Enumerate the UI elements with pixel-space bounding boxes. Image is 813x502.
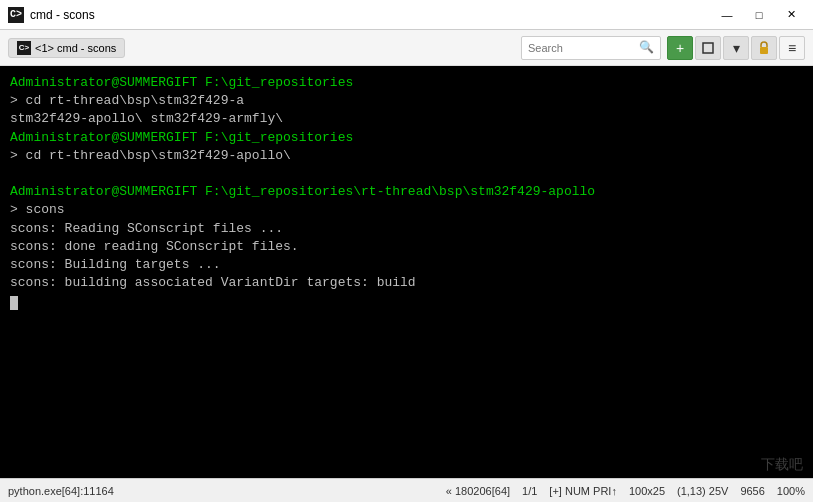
terminal-line-10: scons: done reading SConscript files. bbox=[10, 238, 803, 256]
search-icon[interactable]: 🔍 bbox=[639, 40, 654, 55]
toolbar-actions: + ▾ ≡ bbox=[667, 36, 805, 60]
status-flags: [+] NUM PRI↑ bbox=[549, 485, 617, 497]
minimize-button[interactable]: — bbox=[713, 5, 741, 25]
window-controls: — □ ✕ bbox=[713, 5, 805, 25]
status-process: python.exe[64]:11164 bbox=[8, 485, 438, 497]
toolbar: C> <1> cmd - scons 🔍 + ▾ ≡ bbox=[0, 30, 813, 66]
terminal-text-9: scons: Reading SConscript files ... bbox=[10, 221, 283, 236]
dropdown-button[interactable]: ▾ bbox=[723, 36, 749, 60]
terminal-line-11: scons: Building targets ... bbox=[10, 256, 803, 274]
terminal-line-7: Administrator@SUMMERGIFT F:\git_reposito… bbox=[10, 183, 803, 201]
maximize-button[interactable]: □ bbox=[745, 5, 773, 25]
window-title: cmd - scons bbox=[30, 8, 95, 22]
terminal-text-5: > cd rt-thread\bsp\stm32f429-apollo\ bbox=[10, 148, 291, 163]
window-icon bbox=[702, 42, 714, 54]
svg-rect-1 bbox=[760, 47, 768, 54]
terminal-text-4: Administrator@SUMMERGIFT F:\git_reposito… bbox=[10, 130, 353, 145]
terminal-text-3: stm32f429-apollo\ stm32f429-armfly\ bbox=[10, 111, 283, 126]
terminal-line-4: Administrator@SUMMERGIFT F:\git_reposito… bbox=[10, 129, 803, 147]
terminal-cursor bbox=[10, 296, 18, 310]
lock-icon bbox=[758, 41, 770, 55]
status-right: « 180206[64] 1/1 [+] NUM PRI↑ 100x25 (1,… bbox=[446, 485, 805, 497]
terminal-text-8: > scons bbox=[10, 202, 65, 217]
terminal-text-6 bbox=[10, 166, 18, 181]
add-button[interactable]: + bbox=[667, 36, 693, 60]
title-bar-left: C> cmd - scons bbox=[8, 7, 95, 23]
terminal-line-5: > cd rt-thread\bsp\stm32f429-apollo\ bbox=[10, 147, 803, 165]
terminal-line-3: stm32f429-apollo\ stm32f429-armfly\ bbox=[10, 110, 803, 128]
terminal-text-11: scons: Building targets ... bbox=[10, 257, 221, 272]
terminal-line-6 bbox=[10, 165, 803, 183]
status-coords: (1,13) 25V bbox=[677, 485, 728, 497]
status-zoom: 100% bbox=[777, 485, 805, 497]
terminal-tab[interactable]: C> <1> cmd - scons bbox=[8, 38, 125, 58]
tab-label: <1> cmd - scons bbox=[35, 42, 116, 54]
status-number: 9656 bbox=[740, 485, 764, 497]
lock-button[interactable] bbox=[751, 36, 777, 60]
terminal-line-12: scons: building associated VariantDir ta… bbox=[10, 274, 803, 292]
tab-cmd-icon: C> bbox=[17, 41, 31, 55]
status-size: 100x25 bbox=[629, 485, 665, 497]
watermark: 下载吧 bbox=[761, 456, 803, 474]
terminal-text-2: > cd rt-thread\bsp\stm32f429-a bbox=[10, 93, 244, 108]
search-input[interactable] bbox=[528, 42, 639, 54]
terminal-text-10: scons: done reading SConscript files. bbox=[10, 239, 299, 254]
window-button[interactable] bbox=[695, 36, 721, 60]
terminal-line-2: > cd rt-thread\bsp\stm32f429-a bbox=[10, 92, 803, 110]
close-button[interactable]: ✕ bbox=[777, 5, 805, 25]
terminal-cursor-line bbox=[10, 292, 803, 310]
terminal-window: Administrator@SUMMERGIFT F:\git_reposito… bbox=[0, 66, 813, 478]
status-bar: python.exe[64]:11164 « 180206[64] 1/1 [+… bbox=[0, 478, 813, 502]
terminal-line-8: > scons bbox=[10, 201, 803, 219]
cmd-icon: C> bbox=[8, 7, 24, 23]
search-box[interactable]: 🔍 bbox=[521, 36, 661, 60]
status-position: « 180206[64] bbox=[446, 485, 510, 497]
terminal-text-12: scons: building associated VariantDir ta… bbox=[10, 275, 416, 290]
terminal-line-9: scons: Reading SConscript files ... bbox=[10, 220, 803, 238]
svg-rect-0 bbox=[703, 43, 713, 53]
status-location: 1/1 bbox=[522, 485, 537, 497]
menu-button[interactable]: ≡ bbox=[779, 36, 805, 60]
terminal-text-1: Administrator@SUMMERGIFT F:\git_reposito… bbox=[10, 75, 353, 90]
terminal-line-1: Administrator@SUMMERGIFT F:\git_reposito… bbox=[10, 74, 803, 92]
terminal-text-7: Administrator@SUMMERGIFT F:\git_reposito… bbox=[10, 184, 595, 199]
title-bar: C> cmd - scons — □ ✕ bbox=[0, 0, 813, 30]
